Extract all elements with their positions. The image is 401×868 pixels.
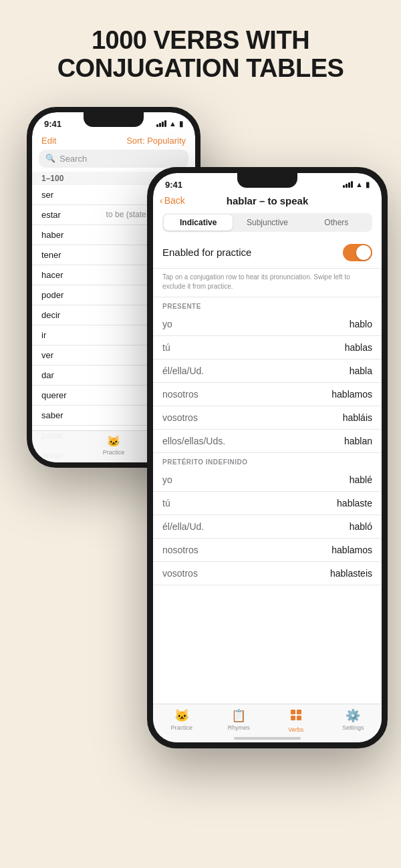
signal-icon-back	[156, 120, 166, 127]
settings-icon-front: ⚙️	[346, 708, 360, 723]
phone-front-inner: 9:41 ▲ ▮ ‹ Back habla	[153, 173, 382, 742]
segment-indicative[interactable]: Indicative	[164, 214, 233, 231]
conj-row-yo-pres[interactable]: yo hablo	[153, 313, 382, 336]
cat-icon-front: 🐱	[174, 708, 189, 723]
svg-rect-2	[291, 716, 295, 720]
conj-row-yo-pret[interactable]: yo hablé	[153, 468, 382, 492]
segment-control: Indicative Subjunctive Others	[162, 213, 372, 232]
wifi-icon-back: ▲	[169, 120, 176, 128]
practice-toggle-switch[interactable]	[343, 244, 372, 261]
svg-rect-3	[297, 716, 301, 720]
section-header-pret: PRETÉRITO INDEFINIDO	[153, 453, 382, 468]
tab-verbs-front[interactable]: Verbs	[279, 708, 313, 733]
time-back: 9:41	[44, 119, 61, 129]
svg-rect-0	[291, 710, 295, 714]
sort-button-back[interactable]: Sort: Popularity	[126, 136, 186, 146]
tab-practice-front[interactable]: 🐱 Practice	[165, 708, 198, 733]
notch-front	[237, 173, 297, 188]
conj-row-vos-pret[interactable]: vosotros hablasteis	[153, 562, 382, 585]
conj-row-vos-pres[interactable]: vosotros habláis	[153, 406, 382, 430]
signal-icon-front	[343, 181, 353, 188]
practice-toggle-row: Enabled for practice	[153, 237, 382, 269]
status-icons-back: ▲ ▮	[156, 120, 183, 128]
search-placeholder-back: Search	[59, 154, 87, 164]
page-title-front: hablar – to speak	[227, 195, 309, 206]
cat-icon-back: 🐱	[107, 435, 120, 448]
chevron-left-icon: ‹	[160, 195, 163, 206]
front-nav: ‹ Back hablar – to speak	[153, 192, 382, 210]
conj-row-nos-pres[interactable]: nosotros hablamos	[153, 383, 382, 406]
conj-row-tu-pres[interactable]: tú hablas	[153, 336, 382, 359]
battery-icon-front: ▮	[366, 180, 370, 189]
phones-container: 9:41 ▲ ▮ Edit Sort: Popularity	[13, 107, 388, 748]
tab-settings-front[interactable]: ⚙️ Settings	[336, 708, 370, 733]
headline: 1000 VERBS WITH CONJUGATION TABLES	[57, 27, 344, 83]
back-button-front[interactable]: ‹ Back	[160, 195, 185, 206]
rhymes-icon-front: 📋	[231, 708, 246, 723]
segment-subjunctive[interactable]: Subjunctive	[233, 214, 301, 231]
phone-front: 9:41 ▲ ▮ ‹ Back habla	[147, 167, 388, 748]
time-front: 9:41	[165, 180, 182, 190]
conj-row-nos-pret[interactable]: nosotros hablamos	[153, 539, 382, 562]
conj-row-tu-pret[interactable]: tú hablaste	[153, 492, 382, 515]
section-header-presente: PRESENTE	[153, 297, 382, 313]
home-indicator-front	[234, 737, 301, 740]
segment-others[interactable]: Others	[302, 214, 371, 231]
edit-button-back[interactable]: Edit	[41, 136, 56, 146]
wifi-icon-front: ▲	[356, 180, 363, 188]
practice-toggle-label: Enabled for practice	[162, 247, 251, 258]
tab-practice-back[interactable]: 🐱 Practice	[103, 435, 125, 456]
verbs-icon-front	[289, 708, 303, 725]
conj-row-el-pret[interactable]: él/ella/Ud. habló	[153, 515, 382, 539]
search-icon-back: 🔍	[45, 154, 55, 163]
back-nav: Edit Sort: Popularity	[32, 132, 195, 150]
conj-row-ellos-pres[interactable]: ellos/ellas/Uds. hablan	[153, 430, 382, 453]
conj-row-el-pres[interactable]: él/ella/Ud. habla	[153, 359, 382, 383]
svg-rect-1	[297, 710, 301, 714]
status-icons-front: ▲ ▮	[343, 180, 370, 189]
search-bar-back[interactable]: 🔍 Search	[39, 150, 188, 168]
battery-icon-back: ▮	[179, 120, 183, 128]
hint-text: Tap on a conjugation row to hear its pro…	[153, 269, 382, 297]
notch-back	[84, 112, 144, 127]
tab-rhymes-front[interactable]: 📋 Rhymes	[222, 708, 255, 733]
toggle-knob	[356, 245, 371, 260]
